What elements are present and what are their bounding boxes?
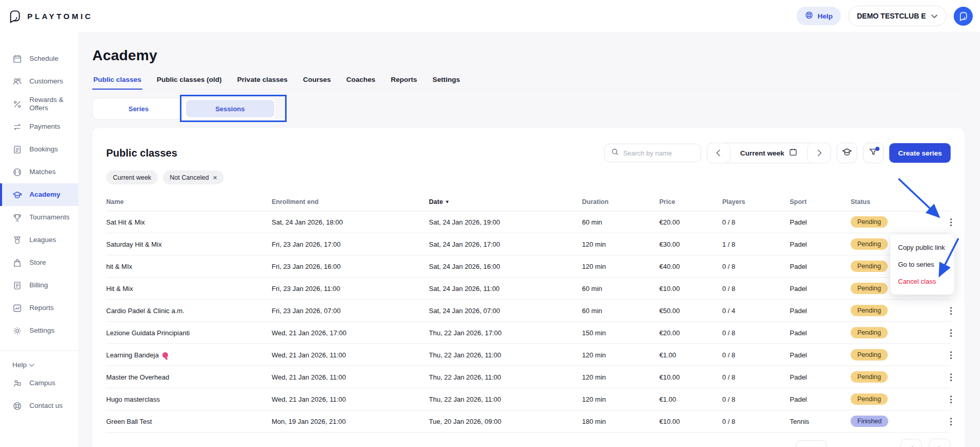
date-value: Tue, 20 Jan 2026, 09:00: [429, 418, 582, 425]
sidebar-item-bookings[interactable]: Bookings: [0, 138, 78, 161]
sidebar-item-settings[interactable]: Settings: [0, 319, 78, 342]
row-actions-kebab-icon[interactable]: ⋮: [943, 372, 958, 383]
next-week-button[interactable]: [807, 143, 831, 163]
col-header-enrollment-end: Enrollment end: [272, 198, 429, 205]
table-row[interactable]: Saturday Hit & Mix Fri, 23 Jan 2026, 17:…: [106, 233, 951, 255]
calendar-icon: [789, 148, 798, 158]
sidebar-item-schedule[interactable]: Schedule: [0, 47, 78, 70]
sidebar-item-rewards-offers[interactable]: Rewards & Offers: [0, 93, 78, 115]
duration-value: 120 min: [582, 240, 659, 248]
date-value: Sat, 24 Jan 2026, 16:00: [429, 263, 582, 270]
players-value: 0 / 8: [722, 285, 790, 293]
row-actions-kebab-icon[interactable]: ⋮: [943, 305, 958, 316]
table-row[interactable]: Cardio Padel & Clinic a.m. Fri, 23 Jan 2…: [106, 300, 951, 322]
menu-item-copy-public-link[interactable]: Copy public link: [890, 239, 954, 256]
rows-per-page-select[interactable]: 10: [796, 440, 827, 447]
col-header-players: Players: [722, 198, 790, 205]
public-classes-panel: Public classes Current week: [92, 128, 965, 447]
sidebar-item-billing[interactable]: Billing: [0, 274, 78, 297]
sidebar-item-customers[interactable]: Customers: [0, 70, 78, 93]
sidebar-item-campus[interactable]: Campus: [0, 372, 78, 394]
search-icon: [611, 148, 619, 158]
prev-week-button[interactable]: [707, 143, 730, 163]
chip-current-week[interactable]: Current week: [106, 170, 158, 184]
row-actions-kebab-icon[interactable]: ⋮: [943, 416, 958, 427]
enrollment-end-value: Fri, 23 Jan 2026, 17:00: [272, 240, 429, 248]
prev-page-button[interactable]: [900, 439, 922, 447]
row-actions-kebab-icon[interactable]: ⋮: [943, 217, 958, 228]
account-avatar[interactable]: [954, 7, 973, 26]
enrollment-end-value: Fri, 23 Jan 2026, 07:00: [272, 307, 429, 315]
status-badge: Pending: [851, 216, 888, 228]
price-value: €10.00: [659, 285, 722, 293]
week-picker[interactable]: Current week: [730, 143, 808, 163]
duration-value: 60 min: [582, 285, 659, 293]
row-actions-kebab-icon[interactable]: ⋮: [943, 328, 958, 338]
toggle-series[interactable]: Series: [94, 100, 183, 117]
sidebar-item-reports[interactable]: Reports: [0, 297, 78, 319]
table-row[interactable]: Learning Bandeja Wed, 21 Jan 2026, 11:00…: [106, 344, 951, 366]
sidebar-item-store[interactable]: Store: [0, 251, 78, 274]
duration-value: 60 min: [582, 218, 659, 226]
status-badge: Pending: [851, 283, 888, 294]
tab-public-classes-old[interactable]: Public classes (old): [156, 71, 223, 89]
class-name: Cardio Padel & Clinic a.m.: [106, 307, 185, 315]
next-page-button[interactable]: [929, 439, 951, 447]
toggle-sessions[interactable]: Sessions: [186, 100, 275, 117]
table-row[interactable]: Green Ball Test Mon, 19 Jan 2026, 21:00 …: [106, 410, 951, 433]
table-row[interactable]: Sat Hit & Mix Sat, 24 Jan 2026, 18:00 Sa…: [106, 211, 951, 233]
filters-button[interactable]: [863, 143, 884, 163]
sidebar-item-academy[interactable]: Academy: [0, 183, 78, 206]
shopping-bag-icon: [12, 257, 23, 268]
sidebar-help-toggle[interactable]: Help: [0, 358, 78, 372]
table-row[interactable]: hit & MIx Fri, 23 Jan 2026, 16:00 Sat, 2…: [106, 255, 951, 278]
chip-not-canceled[interactable]: Not Canceled ×: [163, 170, 224, 184]
club-selector[interactable]: DEMO TESTCLUB E: [848, 6, 946, 26]
sidebar-item-matches[interactable]: Matches: [0, 161, 78, 183]
sidebar-item-payments[interactable]: Payments: [0, 115, 78, 138]
row-actions-kebab-icon[interactable]: ⋮: [943, 350, 958, 360]
duration-value: 120 min: [582, 351, 659, 359]
tab-public-classes[interactable]: Public classes: [92, 71, 142, 89]
tab-settings[interactable]: Settings: [431, 71, 461, 89]
sidebar-item-tournaments[interactable]: Tournaments: [0, 206, 78, 229]
col-header-date[interactable]: Date ▾: [429, 198, 582, 205]
sidebar-item-leagues[interactable]: Leagues: [0, 229, 78, 251]
search-input[interactable]: [623, 149, 694, 157]
enrollment-end-value: Wed, 21 Jan 2026, 11:00: [272, 373, 429, 381]
row-actions-kebab-icon[interactable]: ⋮: [943, 394, 958, 405]
table-row[interactable]: Lezione Guidata Principianti Wed, 21 Jan…: [106, 322, 951, 344]
sport-value: Padel: [790, 285, 851, 293]
price-value: €40.00: [659, 263, 722, 270]
enrollment-end-value: Fri, 23 Jan 2026, 16:00: [272, 263, 429, 270]
chevron-down-icon: [931, 12, 938, 20]
gear-icon: [12, 325, 23, 336]
help-button[interactable]: Help: [796, 7, 841, 25]
tab-coaches[interactable]: Coaches: [345, 71, 376, 89]
academy-view-button[interactable]: [837, 143, 857, 163]
status-badge: Pending: [851, 349, 888, 360]
players-value: 0 / 8: [722, 329, 790, 337]
menu-item-cancel-class[interactable]: Cancel class: [890, 273, 954, 290]
close-icon[interactable]: ×: [213, 174, 217, 181]
page-title: Academy: [92, 47, 965, 64]
table-row[interactable]: Master the Overhead Wed, 21 Jan 2026, 11…: [106, 366, 951, 388]
sidebar-item-contact-us[interactable]: Contact us: [0, 394, 78, 417]
tab-courses[interactable]: Courses: [302, 71, 332, 89]
price-value: €10.00: [659, 418, 722, 425]
table-row[interactable]: Hugo masterclass Wed, 21 Jan 2026, 11:00…: [106, 388, 951, 410]
sport-value: Tennis: [790, 418, 851, 425]
create-series-button[interactable]: Create series: [889, 143, 951, 163]
status-badge: Pending: [851, 371, 888, 383]
table-body: Sat Hit & Mix Sat, 24 Jan 2026, 18:00 Sa…: [106, 211, 951, 433]
filter-chips: Current week Not Canceled ×: [106, 170, 951, 184]
menu-item-go-to-series[interactable]: Go to series: [890, 256, 954, 273]
row-context-menu: Copy public link Go to series Cancel cla…: [890, 234, 954, 295]
tab-reports[interactable]: Reports: [390, 71, 418, 89]
top-bar: PLAYTOMIC Help DEMO TESTCLUB E: [0, 0, 980, 32]
tab-private-classes[interactable]: Private classes: [236, 71, 289, 89]
series-sessions-toggle: Series Sessions: [92, 98, 276, 119]
document-icon: [12, 144, 23, 154]
table-row[interactable]: Hit & Mix Fri, 23 Jan 2026, 11:00 Sat, 2…: [106, 278, 951, 300]
players-value: 0 / 8: [722, 373, 790, 381]
